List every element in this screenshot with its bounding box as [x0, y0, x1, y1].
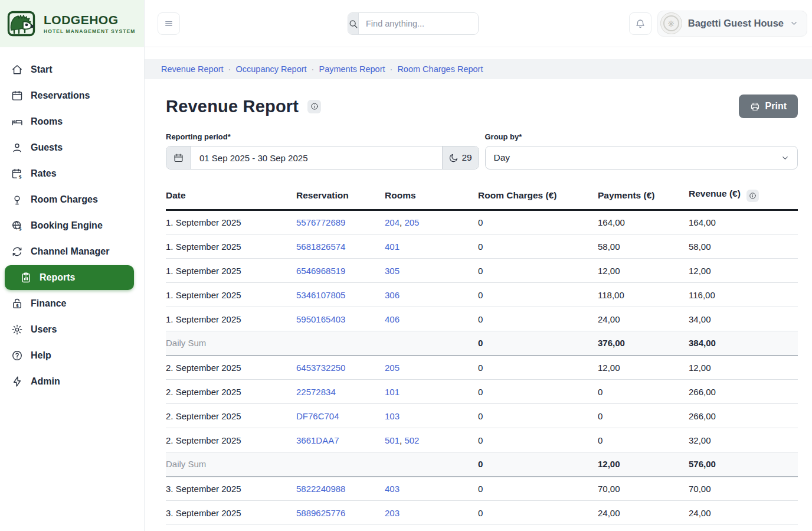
search-input[interactable] — [359, 13, 479, 34]
reservation-link[interactable]: 5576772689 — [296, 217, 345, 227]
print-label: Print — [765, 101, 787, 112]
group-by-field: Group by* Day — [485, 132, 798, 170]
lodgehog-hedgehog-icon — [7, 11, 38, 37]
brand-tagline: HOTEL MANAGEMENT SYSTEM — [44, 28, 135, 34]
clipboard-chart-icon — [20, 272, 32, 284]
question-circle-icon — [11, 350, 23, 361]
room-link[interactable]: 401 — [385, 242, 400, 252]
search-button[interactable] — [348, 13, 359, 34]
rooms-cell: 203 — [385, 501, 478, 525]
menu-toggle-button[interactable] — [158, 12, 180, 35]
reservation-cell: 3661DAA7 — [296, 428, 385, 452]
sidebar-item-label: Admin — [31, 376, 60, 387]
print-button[interactable]: Print — [739, 95, 798, 118]
reservation-link[interactable]: 5950165403 — [296, 314, 345, 324]
reservation-link[interactable]: 5681826574 — [296, 242, 345, 252]
sidebar-item-start[interactable]: Start — [0, 57, 144, 83]
globe-dollar-icon: $ — [11, 220, 23, 232]
table-row: 3. September 20255822240988403070,0070,0… — [166, 477, 798, 501]
reservation-link[interactable]: 5346107805 — [296, 290, 345, 300]
gear-icon — [11, 324, 23, 335]
calendar-button[interactable] — [166, 146, 191, 169]
chevron-down-icon — [790, 19, 798, 28]
revenue-cell: 116,00 — [689, 283, 798, 307]
rooms-cell: 401 — [385, 234, 478, 259]
room-link[interactable]: 203 — [385, 508, 400, 518]
report-link-room-charges-report[interactable]: Room Charges Report — [397, 64, 483, 74]
calendar-icon — [11, 90, 23, 102]
notifications-button[interactable] — [629, 12, 651, 35]
title-info-button[interactable] — [307, 100, 321, 113]
sum-payments: 12,00 — [598, 452, 689, 477]
info-icon — [749, 192, 757, 200]
account-menu[interactable]: Bagetti Guest House — [657, 11, 807, 37]
reservation-link[interactable]: DF76C704 — [296, 411, 339, 421]
sidebar-item-help[interactable]: Help — [0, 343, 144, 369]
room-link[interactable]: 101 — [385, 387, 400, 397]
room-charges-cell: 0 — [478, 356, 598, 380]
reservation-link[interactable]: 5889625776 — [296, 508, 345, 518]
payments-cell: 12,00 — [598, 259, 689, 283]
rooms-cell: 305 — [385, 259, 478, 283]
sidebar-item-label: Reservations — [31, 90, 90, 101]
table-row: 1. September 20256546968519305012,0012,0… — [166, 259, 798, 283]
sidebar-item-guests[interactable]: Guests — [0, 135, 144, 161]
sidebar-item-reservations[interactable]: Reservations — [0, 83, 144, 109]
room-link[interactable]: 501 — [385, 435, 400, 445]
sidebar-item-channel-manager[interactable]: Channel Manager — [0, 239, 144, 265]
reservation-link[interactable]: 6453732250 — [296, 363, 345, 373]
reporting-period-field: Reporting period* 29 — [166, 132, 479, 170]
sidebar-item-booking-engine[interactable]: $Booking Engine — [0, 213, 144, 239]
sidebar-item-finance[interactable]: $Finance — [0, 291, 144, 317]
reservation-link[interactable]: 6546968519 — [296, 266, 345, 276]
sum-room-charges: 0 — [478, 452, 598, 477]
room-charges-cell: 0 — [478, 234, 598, 259]
payments-cell: 0 — [598, 428, 689, 452]
topbar-right: Bagetti Guest House — [629, 11, 807, 37]
brand-name: LODGEHOG — [44, 13, 135, 27]
sync-arrows-icon — [11, 246, 23, 258]
reservation-link[interactable]: 3661DAA7 — [296, 435, 339, 445]
table-row: 1. September 202553461078053060118,00116… — [166, 283, 798, 307]
sidebar-item-room-charges[interactable]: Room Charges — [0, 187, 144, 213]
date-range-input[interactable] — [191, 146, 442, 169]
rooms-cell: 204, 205 — [385, 210, 478, 234]
revenue-info-button[interactable] — [746, 190, 759, 202]
report-link-occupancy-report[interactable]: Occupancy Report — [235, 64, 306, 74]
room-link[interactable]: 306 — [385, 290, 400, 300]
room-link[interactable]: 103 — [385, 411, 400, 421]
sidebar-item-users[interactable]: Users — [0, 317, 144, 343]
rooms-cell: 306 — [385, 283, 478, 307]
room-link[interactable]: 403 — [385, 484, 400, 494]
sidebar-item-rates[interactable]: $Rates — [0, 161, 144, 187]
room-link[interactable]: 205 — [404, 217, 419, 227]
room-link[interactable]: 204 — [385, 217, 400, 227]
payments-cell: 118,00 — [598, 283, 689, 307]
table-row: 1. September 20255576772689204, 2050164,… — [166, 210, 798, 234]
home-icon — [11, 64, 23, 76]
sidebar-item-reports[interactable]: Reports — [5, 265, 134, 290]
rooms-cell: 103 — [385, 404, 478, 428]
report-links-bar: Revenue Report · Occupancy Report · Paym… — [145, 59, 812, 79]
table-row: 1. September 20255950165403406024,0034,0… — [166, 307, 798, 331]
revenue-cell: 164,00 — [689, 210, 798, 234]
table-header-row: DateReservationRoomsRoom Charges (€)Paym… — [166, 184, 798, 210]
reservation-link[interactable]: 5822240988 — [296, 484, 345, 494]
report-link-revenue-report[interactable]: Revenue Report — [161, 64, 224, 74]
brand-logo[interactable]: LODGEHOG HOTEL MANAGEMENT SYSTEM — [0, 0, 144, 47]
sidebar-item-rooms[interactable]: Rooms — [0, 109, 144, 135]
group-by-label: Group by* — [485, 132, 798, 141]
room-link[interactable]: 205 — [385, 363, 400, 373]
sidebar-item-admin[interactable]: Admin — [0, 369, 144, 395]
group-by-select[interactable]: Day — [485, 146, 798, 170]
room-link[interactable]: 406 — [385, 314, 400, 324]
column-header-room-charges-: Room Charges (€) — [478, 184, 598, 210]
report-link-payments-report[interactable]: Payments Report — [319, 64, 385, 74]
room-charges-cell: 0 — [478, 210, 598, 234]
room-link[interactable]: 305 — [385, 266, 400, 276]
table-row: 2. September 2025DF76C70410300266,00 — [166, 404, 798, 428]
room-link[interactable]: 502 — [404, 435, 419, 445]
nights-indicator: 29 — [442, 146, 479, 169]
room-charges-cell: 0 — [478, 307, 598, 331]
reservation-link[interactable]: 22572834 — [296, 387, 336, 397]
